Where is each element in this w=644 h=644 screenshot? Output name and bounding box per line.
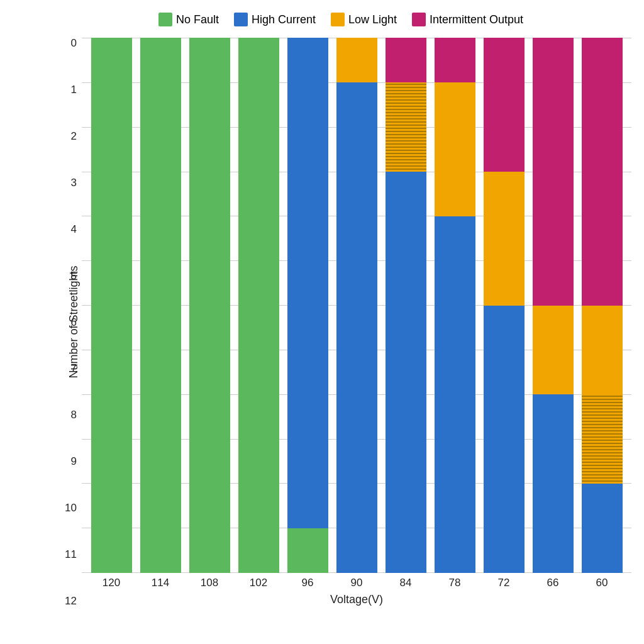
bar-group-72 — [484, 38, 525, 573]
y-axis: 1211109876543210 — [50, 38, 82, 606]
bar-segment-no-fault — [140, 38, 181, 573]
legend-item-intermittent: Intermittent Output — [412, 13, 523, 26]
y-tick-7: 7 — [71, 363, 77, 374]
legend: No FaultHigh CurrentLow LightIntermitten… — [50, 13, 631, 26]
legend-swatch-high-current — [234, 13, 248, 26]
bar-segment-intermittent — [386, 38, 426, 82]
bar-group-96 — [287, 38, 328, 573]
x-tick-84: 84 — [386, 577, 426, 589]
x-tick-114: 114 — [140, 577, 181, 589]
x-tick-96: 96 — [287, 577, 328, 589]
bar-segment-no-fault — [287, 528, 328, 573]
bar-group-84 — [386, 38, 426, 573]
bars-row — [82, 38, 631, 573]
bar-segment-low-light — [484, 172, 525, 306]
x-axis: 12011410810296908478726660 — [82, 577, 631, 589]
y-tick-2: 2 — [71, 131, 77, 142]
y-tick-5: 5 — [71, 270, 77, 281]
bar-segment-no-fault — [238, 38, 279, 573]
bar-segment-low-light — [435, 82, 475, 216]
bar-group-102 — [238, 38, 279, 573]
bar-group-114 — [140, 38, 181, 573]
y-tick-12: 12 — [65, 596, 77, 606]
bar-segment-low-light-hatched — [386, 82, 426, 172]
bar-segment-no-fault — [189, 38, 230, 573]
bar-group-90 — [336, 38, 377, 573]
chart-container: No FaultHigh CurrentLow LightIntermitten… — [0, 0, 644, 644]
x-tick-72: 72 — [484, 577, 525, 589]
x-tick-90: 90 — [336, 577, 377, 589]
legend-swatch-low-light — [331, 13, 345, 26]
bar-segment-high-current — [533, 394, 574, 573]
legend-label-low-light: Low Light — [348, 13, 397, 26]
y-tick-9: 9 — [71, 456, 77, 467]
bar-group-66 — [533, 38, 574, 573]
y-tick-4: 4 — [71, 224, 77, 235]
y-tick-8: 8 — [71, 409, 77, 420]
legend-label-intermittent: Intermittent Output — [430, 13, 523, 26]
y-tick-6: 6 — [71, 317, 77, 328]
bar-segment-high-current — [435, 216, 475, 573]
x-tick-66: 66 — [533, 577, 574, 589]
bar-segment-low-light — [533, 306, 574, 395]
plot-area: 12011410810296908478726660 Voltage(V) — [82, 38, 631, 606]
x-tick-60: 60 — [582, 577, 623, 589]
bar-group-78 — [435, 38, 475, 573]
bar-group-60 — [582, 38, 623, 573]
y-tick-10: 10 — [65, 502, 77, 513]
y-tick-3: 3 — [71, 177, 77, 188]
legend-label-no-fault: No Fault — [176, 13, 219, 26]
bar-segment-high-current — [336, 82, 377, 573]
y-tick-1: 1 — [71, 84, 77, 95]
legend-item-high-current: High Current — [234, 13, 316, 26]
legend-item-low-light: Low Light — [331, 13, 397, 26]
bar-segment-intermittent — [533, 38, 574, 306]
y-tick-0: 0 — [71, 38, 77, 48]
legend-swatch-intermittent — [412, 13, 426, 26]
bar-segment-high-current — [287, 38, 328, 528]
bar-segment-low-light-hatched — [582, 394, 623, 484]
chart-area: Number of Streetlights 1211109876543210 … — [50, 38, 631, 606]
bar-group-120 — [91, 38, 132, 573]
bar-segment-high-current — [484, 306, 525, 574]
bar-segment-intermittent — [435, 38, 475, 82]
bar-segment-high-current — [582, 484, 623, 573]
x-tick-120: 120 — [91, 577, 132, 589]
bar-segment-low-light — [582, 306, 623, 395]
bar-segment-high-current — [386, 172, 426, 573]
x-tick-108: 108 — [189, 577, 230, 589]
bar-segment-low-light — [336, 38, 377, 82]
bar-segment-no-fault — [91, 38, 132, 573]
legend-swatch-no-fault — [158, 13, 172, 26]
grid-and-bars — [82, 38, 631, 573]
bar-group-108 — [189, 38, 230, 573]
x-tick-102: 102 — [238, 577, 279, 589]
x-axis-label: Voltage(V) — [82, 593, 631, 606]
legend-item-no-fault: No Fault — [158, 13, 219, 26]
bar-segment-intermittent — [484, 38, 525, 172]
legend-label-high-current: High Current — [252, 13, 316, 26]
bar-segment-intermittent — [582, 38, 623, 306]
x-tick-78: 78 — [435, 577, 475, 589]
y-tick-11: 11 — [65, 549, 77, 560]
